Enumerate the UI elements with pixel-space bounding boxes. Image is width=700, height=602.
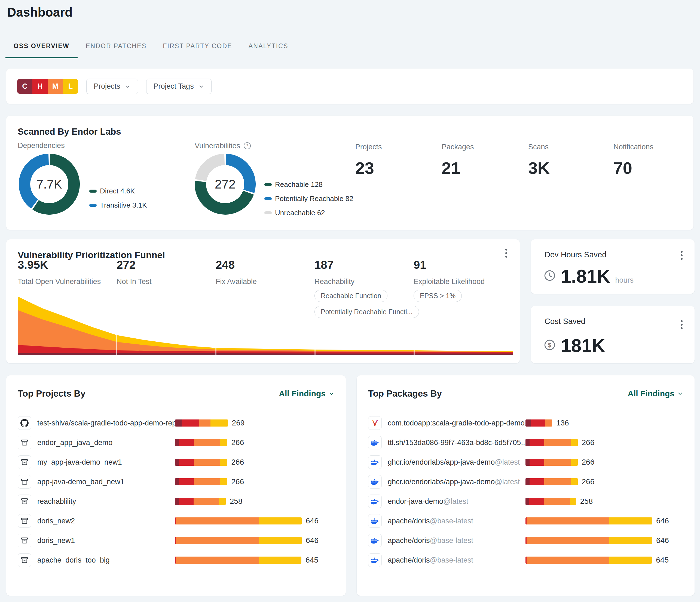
cost-saved-title: Cost Saved (545, 317, 585, 326)
dev-hours-unit: hours (615, 276, 633, 285)
project-tags-filter-dropdown[interactable]: Project Tags (146, 79, 211, 94)
top-projects-findings-dropdown[interactable]: All Findings (279, 389, 334, 398)
item-name: apache/doris@base-latest (388, 556, 473, 565)
github-icon (18, 416, 31, 430)
legend-item: Unreachable 62 (265, 209, 353, 217)
findings-bar (175, 517, 302, 524)
item-name: test-shiva/scala-gradle-todo-app-demo-re… (37, 419, 179, 427)
list-item[interactable]: apache/doris@base-latest646 (368, 511, 683, 531)
item-name: reachablility (37, 497, 76, 506)
cost-saved-card: Cost Saved $ 181K (531, 306, 695, 363)
legend-item: Potentially Reachable 82 (265, 194, 353, 203)
item-name: doris_new2 (37, 517, 75, 525)
findings-bar (525, 556, 652, 564)
legend-swatch (89, 190, 97, 192)
findings-count: 266 (231, 477, 244, 486)
funnel-stage: 248Fix Available (216, 258, 314, 286)
findings-bar (175, 498, 226, 505)
tab-first-party-code[interactable]: FIRST PARTY CODE (155, 41, 241, 58)
docker-icon (368, 475, 382, 489)
item-name: ghcr.io/endorlabs/app-java-demo@latest (388, 458, 520, 467)
legend-swatch (89, 204, 97, 207)
legend-item: Direct 4.6K (89, 187, 147, 195)
item-name: apache/doris@base-latest (388, 517, 473, 525)
findings-bar (175, 478, 227, 485)
list-item[interactable]: apache/doris@base-latest645 (368, 550, 683, 570)
tab-analytics[interactable]: ANALYTICS (241, 41, 297, 58)
dependencies-legend: Direct 4.6KTransitive 3.1K (89, 187, 147, 209)
severity-toggle-critical[interactable]: C (17, 79, 32, 94)
projects-filter-dropdown[interactable]: Projects (86, 79, 138, 94)
page-title: Dashboard (7, 5, 72, 20)
severity-toggle-medium[interactable]: M (48, 79, 63, 94)
list-item[interactable]: ghcr.io/endorlabs/app-java-demo@latest26… (368, 452, 683, 472)
findings-count: 258 (580, 497, 593, 506)
list-item[interactable]: endor_app_java_demo266 (18, 433, 334, 452)
list-item[interactable]: doris_new1646 (18, 531, 334, 550)
list-item[interactable]: test-shiva/scala-gradle-todo-app-demo-re… (18, 413, 334, 433)
findings-bar (175, 556, 301, 564)
svg-text:$: $ (548, 342, 551, 348)
dev-hours-title: Dev Hours Saved (545, 250, 606, 259)
severity-toggle-high[interactable]: H (32, 79, 48, 94)
list-item[interactable]: reachablility258 (18, 492, 334, 511)
list-item[interactable]: ghcr.io/endorlabs/app-java-demo@latest26… (368, 472, 683, 492)
item-name: endor_app_java_demo (37, 439, 112, 447)
findings-bar (525, 498, 576, 505)
item-name: doris_new1 (37, 536, 75, 545)
archive-icon (18, 436, 31, 449)
list-item[interactable]: ttl.sh/153da086-99f7-463a-bd8c-6d5f705..… (368, 433, 683, 452)
stat-scans: Scans3K (528, 143, 550, 178)
kebab-menu-icon[interactable] (679, 318, 684, 331)
filter-bar-card: CHML Projects Project Tags (6, 69, 694, 104)
funnel-stage: 187ReachabilityReachable FunctionPotenti… (315, 258, 412, 318)
top-projects-card: Top Projects By All Findings test-shiva/… (6, 375, 346, 596)
legend-item: Reachable 128 (265, 180, 353, 189)
filter-tag-chip[interactable]: EPSS > 1% (414, 290, 462, 302)
findings-count: 266 (582, 477, 595, 486)
list-item[interactable]: endor-java-demo@latest258 (368, 492, 683, 511)
stat-packages: Packages21 (442, 143, 474, 178)
list-item[interactable]: apache/doris@base-latest646 (368, 531, 683, 550)
list-item[interactable]: app-java-demo_bad_new1266 (18, 472, 334, 492)
dev-hours-value: 1.81K (561, 265, 610, 287)
svg-text:?: ? (246, 143, 249, 148)
item-name: apache/doris@base-latest (388, 536, 473, 545)
chevron-down-icon (328, 391, 334, 397)
top-packages-findings-dropdown[interactable]: All Findings (628, 389, 683, 398)
vulnerabilities-donut-chart: 272 (195, 154, 256, 215)
item-name: app-java-demo_bad_new1 (37, 478, 124, 486)
chevron-down-icon (125, 83, 131, 89)
list-item[interactable]: apache_doris_too_big645 (18, 550, 334, 570)
findings-bar (175, 459, 227, 466)
findings-count: 646 (306, 536, 319, 545)
findings-count: 269 (232, 419, 245, 427)
help-icon[interactable]: ? (243, 141, 252, 150)
list-item[interactable]: my_app-java-demo_new1266 (18, 452, 334, 472)
findings-count: 646 (656, 517, 669, 525)
list-item[interactable]: doris_new2646 (18, 511, 334, 531)
item-name: ghcr.io/endorlabs/app-java-demo@latest (388, 478, 520, 486)
kebab-menu-icon[interactable] (504, 247, 509, 259)
filter-tag-chip[interactable]: Reachable Function (315, 290, 388, 302)
findings-bar (525, 537, 652, 544)
stat-projects: Projects23 (355, 143, 382, 178)
top-packages-card: Top Packages By All Findings com.todoapp… (357, 375, 695, 596)
severity-toggle-low[interactable]: L (63, 79, 78, 94)
top-packages-title: Top Packages By (368, 389, 442, 399)
stat-notifications: Notifications70 (614, 143, 653, 178)
chevron-down-icon (198, 83, 204, 89)
vulnerability-funnel-card: Vulnerability Prioritization Funnel 3.95… (6, 239, 520, 363)
kebab-menu-icon[interactable] (679, 249, 684, 261)
findings-count: 645 (305, 556, 318, 565)
legend-item: Transitive 3.1K (89, 201, 147, 209)
filter-tag-chip[interactable]: Potentially Reachable Functi... (315, 306, 419, 318)
archive-icon (18, 514, 31, 528)
findings-bar (525, 478, 578, 485)
list-item[interactable]: com.todoapp:scala-gradle-todo-app-demo..… (368, 413, 683, 433)
vulnerabilities-total: 272 (195, 154, 256, 215)
tab-oss-overview[interactable]: OSS OVERVIEW (5, 41, 78, 58)
archive-icon (18, 495, 31, 508)
tab-endor-patches[interactable]: ENDOR PATCHES (78, 41, 155, 58)
findings-count: 645 (656, 556, 669, 565)
